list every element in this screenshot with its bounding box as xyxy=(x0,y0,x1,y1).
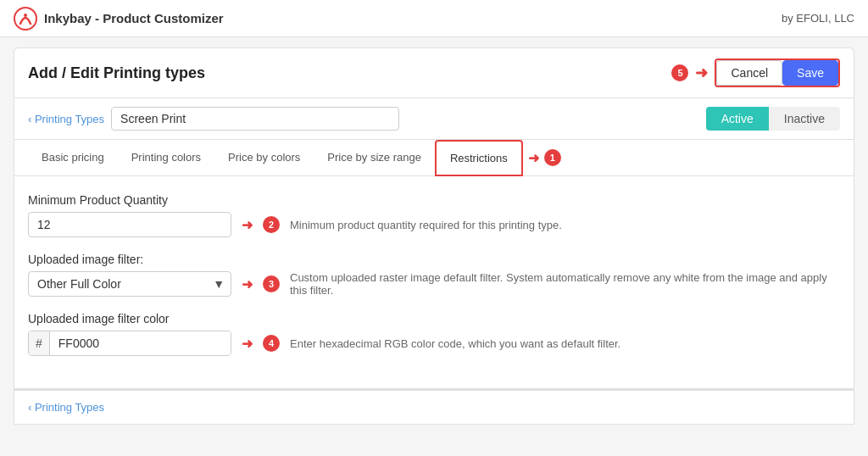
save-button[interactable]: Save xyxy=(782,60,838,86)
color-hash-symbol: # xyxy=(29,331,50,355)
annotation-arrow-1: ➜ xyxy=(528,150,539,166)
min-qty-hint: Minimum product quantity required for th… xyxy=(290,219,840,231)
top-bar: Inkybay - Product Customizer by EFOLI, L… xyxy=(0,0,868,37)
main-content: Add / Edit Printing types 5 ➜ Cancel Sav… xyxy=(0,37,868,456)
annotation-badge-1: 1 xyxy=(544,149,561,166)
color-value-input[interactable] xyxy=(50,331,231,355)
svg-point-1 xyxy=(24,14,27,17)
tab-restrictions[interactable]: Restrictions xyxy=(435,140,523,176)
arrow-to-buttons: ➜ xyxy=(695,64,708,82)
inactive-status-button[interactable]: Inactive xyxy=(769,107,840,131)
annotation-arrow-4: ➜ xyxy=(242,336,253,352)
page-title: Add / Edit Printing types xyxy=(28,64,205,82)
annotation-badge-3: 3 xyxy=(263,275,280,292)
tab-basic-pricing[interactable]: Basic pricing xyxy=(28,141,118,175)
image-filter-hint: Custom uploaded raster image default fil… xyxy=(290,271,840,297)
image-filter-select-wrapper: Other Full Color Full Color Black & Whit… xyxy=(28,271,231,297)
header-actions: 5 ➜ Cancel Save xyxy=(671,58,840,87)
annotation-badge-5: 5 xyxy=(671,64,688,81)
breadcrumb-left: ‹ Printing Types xyxy=(28,107,399,131)
footer-breadcrumb-link[interactable]: ‹ Printing Types xyxy=(28,401,840,414)
top-bar-right: by EFOLI, LLC xyxy=(782,12,854,25)
image-filter-select[interactable]: Other Full Color Full Color Black & Whit… xyxy=(28,271,231,297)
annotation-badge-2: 2 xyxy=(263,216,280,233)
filter-color-row: # ➜ 4 Enter hexadecimal RGB color code, … xyxy=(28,331,840,356)
image-filter-row: Other Full Color Full Color Black & Whit… xyxy=(28,271,840,297)
tabs-row: Basic pricing Printing colors Price by c… xyxy=(14,139,854,175)
printing-type-name-input[interactable] xyxy=(111,107,399,131)
annotation-badge-4: 4 xyxy=(263,335,280,352)
breadcrumb-row: ‹ Printing Types Active Inactive xyxy=(14,97,854,139)
cancel-button[interactable]: Cancel xyxy=(716,60,782,86)
active-status-button[interactable]: Active xyxy=(706,107,769,131)
footer-area: ‹ Printing Types xyxy=(14,390,854,425)
tab-price-by-colors[interactable]: Price by colors xyxy=(214,141,314,175)
logo-icon xyxy=(14,7,37,31)
top-bar-left: Inkybay - Product Customizer xyxy=(14,7,224,31)
page-header: Add / Edit Printing types 5 ➜ Cancel Sav… xyxy=(14,47,854,97)
breadcrumb-link[interactable]: ‹ Printing Types xyxy=(28,113,104,125)
color-input-wrapper: # xyxy=(28,331,231,356)
min-qty-input[interactable] xyxy=(28,212,231,237)
tab-price-by-size-range[interactable]: Price by size range xyxy=(314,141,435,175)
tab-printing-colors[interactable]: Printing colors xyxy=(118,141,214,175)
status-toggle: Active Inactive xyxy=(706,107,840,131)
filter-color-label: Uploaded image filter color xyxy=(28,312,840,325)
annotation-arrow-3: ➜ xyxy=(242,276,253,292)
restrictions-content: Minimum Product Quantity ➜ 2 Minimum pro… xyxy=(14,175,854,389)
app-title: Inkybay - Product Customizer xyxy=(44,11,224,25)
min-qty-section: Minimum Product Quantity ➜ 2 Minimum pro… xyxy=(28,193,840,237)
min-qty-row: ➜ 2 Minimum product quantity required fo… xyxy=(28,212,840,237)
image-filter-label: Uploaded image filter: xyxy=(28,253,840,266)
action-buttons-group: Cancel Save xyxy=(715,58,840,87)
filter-color-section: Uploaded image filter color # ➜ 4 Enter … xyxy=(28,312,840,356)
filter-color-hint: Enter hexadecimal RGB color code, which … xyxy=(290,337,840,350)
min-qty-label: Minimum Product Quantity xyxy=(28,193,840,207)
image-filter-section: Uploaded image filter: Other Full Color … xyxy=(28,253,840,297)
annotation-arrow-2: ➜ xyxy=(242,217,253,233)
